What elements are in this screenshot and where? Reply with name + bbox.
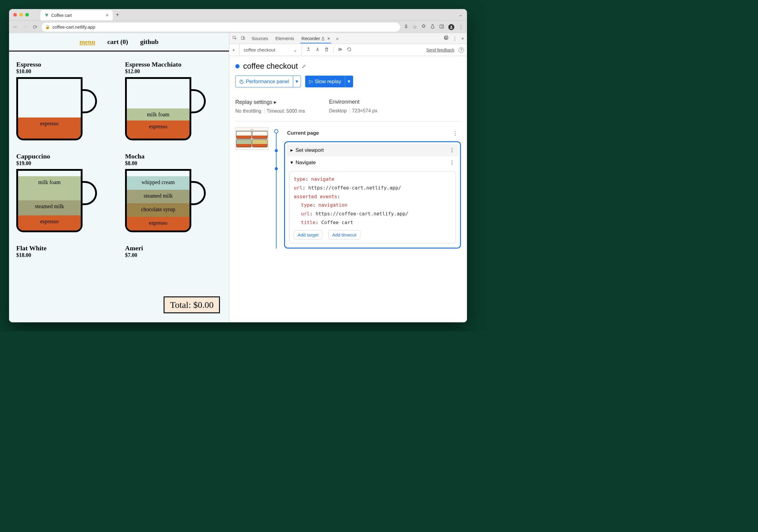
close-tab-icon[interactable]: × [106, 13, 109, 18]
svg-rect-0 [440, 25, 443, 28]
extensions-icon[interactable] [421, 24, 426, 30]
tab-elements[interactable]: Elements [274, 36, 295, 41]
export-icon[interactable] [306, 47, 311, 53]
tab-recorder[interactable]: Recorder × [300, 36, 331, 43]
product-name: Cappuccino [16, 152, 113, 160]
product-name: Flat White [16, 244, 113, 252]
recording-selector[interactable]: coffee checkout ⌄ [239, 44, 302, 56]
device-toggle-icon[interactable] [241, 36, 246, 41]
product-espresso[interactable]: Espresso $10.00 espresso [16, 60, 113, 143]
reload-button[interactable]: ⟳ [32, 24, 38, 30]
step-set-viewport[interactable]: ▸ Set viewport ⋮ [287, 144, 458, 156]
vue-favicon-icon [45, 13, 49, 17]
step-menu-icon[interactable]: ⋮ [453, 130, 458, 136]
replay-dropdown-icon[interactable]: ▾ [345, 76, 353, 87]
devtools-panel: Sources Elements Recorder × » ⋮ × + coff… [229, 33, 467, 322]
performance-panel-button[interactable]: Performance panel ▾ [235, 76, 301, 87]
product-name: Mocha [125, 152, 222, 160]
product-price: $12.00 [125, 68, 222, 75]
layer-milkfoam: milk foam [127, 109, 190, 120]
tab-bar: Coffee cart × + [40, 9, 119, 20]
product-flatwhite[interactable]: Flat White $18.00 [16, 244, 113, 261]
timeout-value: Timeout: 5000 ms [267, 109, 305, 114]
add-timeout-button[interactable]: Add timeout [328, 230, 360, 240]
more-tabs-icon[interactable]: » [336, 36, 338, 41]
svg-rect-6 [339, 48, 339, 50]
product-price: $10.00 [16, 68, 113, 75]
status-dot-icon [235, 64, 239, 68]
product-price: $8.00 [125, 160, 222, 167]
new-tab-button[interactable]: + [116, 12, 119, 18]
step-current-page[interactable]: Current page ⋮ [284, 127, 461, 139]
help-icon[interactable]: ? [459, 47, 464, 53]
minimize-window-button[interactable] [19, 13, 23, 17]
address-bar: ← → ⟳ 🔒 coffee-cart.netlify.app ☆ ⋮ [9, 20, 467, 33]
recording-title: coffee checkout [235, 61, 461, 71]
slow-replay-button[interactable]: ▷Slow replay ▾ [305, 76, 353, 87]
product-name: Espresso [16, 60, 113, 68]
step-menu-icon[interactable]: ⋮ [450, 147, 455, 153]
svg-point-2 [451, 26, 452, 27]
perf-dropdown-icon[interactable]: ▾ [293, 76, 301, 87]
layer-espresso: espresso [18, 216, 81, 230]
step-navigate[interactable]: ▾ Navigate ⋮ [287, 156, 458, 169]
cart-total[interactable]: Total: $0.00 [164, 296, 220, 313]
product-name: Ameri [125, 244, 222, 252]
maximize-window-button[interactable] [25, 13, 29, 17]
back-button[interactable]: ← [13, 24, 19, 30]
share-icon[interactable] [404, 24, 408, 30]
sidepanel-icon[interactable] [439, 24, 444, 30]
url-input[interactable]: 🔒 coffee-cart.netlify.app [42, 22, 400, 32]
delete-icon[interactable] [324, 47, 329, 53]
new-recording-icon[interactable]: + [232, 47, 235, 52]
product-mocha[interactable]: Mocha $8.00 whipped cream steamed milk c… [125, 152, 222, 235]
page-content: menu cart (0) github Espresso $10.00 esp… [9, 33, 229, 322]
lock-icon: 🔒 [45, 25, 50, 29]
devtools-menu-icon[interactable]: ⋮ [453, 36, 457, 41]
add-target-button[interactable]: Add target [294, 230, 322, 240]
bookmark-icon[interactable]: ☆ [413, 24, 417, 30]
throttling-value: No throttling [235, 109, 261, 114]
import-icon[interactable] [315, 47, 320, 53]
forward-button[interactable]: → [22, 24, 28, 30]
collapse-icon: ▾ [291, 159, 293, 166]
layer-milkfoam: milk foam [18, 176, 81, 200]
product-americano[interactable]: Ameri $7.00 [125, 244, 222, 261]
replay-icon[interactable] [347, 47, 352, 53]
tabs-dropdown-icon[interactable]: ⌄ [459, 12, 463, 17]
send-feedback-link[interactable]: Send feedback [426, 48, 454, 52]
env-size: 723×574 px [352, 108, 377, 113]
labs-icon[interactable] [430, 24, 435, 30]
layer-espresso: espresso [18, 117, 81, 139]
close-window-button[interactable] [13, 13, 17, 17]
product-price: $19.00 [16, 160, 113, 167]
product-cappuccino[interactable]: Cappuccino $19.00 milk foam steamed milk… [16, 152, 113, 235]
step-over-icon[interactable] [338, 47, 343, 53]
settings-gear-icon[interactable] [443, 36, 448, 41]
chevron-down-icon: ⌄ [293, 47, 297, 53]
env-device: Desktop [329, 108, 347, 113]
tab-sources[interactable]: Sources [250, 36, 269, 41]
tab-title: Coffee cart [51, 13, 72, 18]
step-group-highlighted: ▸ Set viewport ⋮ ▾ Navigate ⋮ type: navi… [284, 141, 461, 249]
nav-cart[interactable]: cart (0) [107, 38, 128, 46]
profile-avatar[interactable] [448, 24, 454, 30]
expand-icon: ▸ [291, 147, 293, 153]
svg-rect-4 [241, 36, 244, 40]
product-price: $7.00 [125, 252, 222, 258]
chrome-menu-icon[interactable]: ⋮ [459, 24, 464, 30]
replay-settings-header[interactable]: Replay settings ▸ [235, 99, 305, 105]
browser-window: Coffee cart × + ⌄ ← → ⟳ 🔒 coffee-cart.ne… [9, 9, 467, 322]
close-recorder-icon[interactable]: × [327, 36, 330, 41]
devtools-tabs: Sources Elements Recorder × » ⋮ × [229, 33, 467, 44]
inspect-icon[interactable] [232, 36, 237, 41]
edit-title-icon[interactable] [301, 61, 306, 71]
nav-github[interactable]: github [140, 38, 158, 46]
step-thumbnail[interactable]: • • • [235, 127, 268, 150]
close-devtools-icon[interactable]: × [461, 36, 464, 41]
product-macchiato[interactable]: Espresso Macchiato $12.00 milk foam espr… [125, 60, 222, 143]
url-text: coffee-cart.netlify.app [52, 24, 95, 29]
step-menu-icon[interactable]: ⋮ [450, 159, 455, 166]
browser-tab[interactable]: Coffee cart × [40, 10, 113, 20]
nav-menu[interactable]: menu [80, 38, 95, 46]
